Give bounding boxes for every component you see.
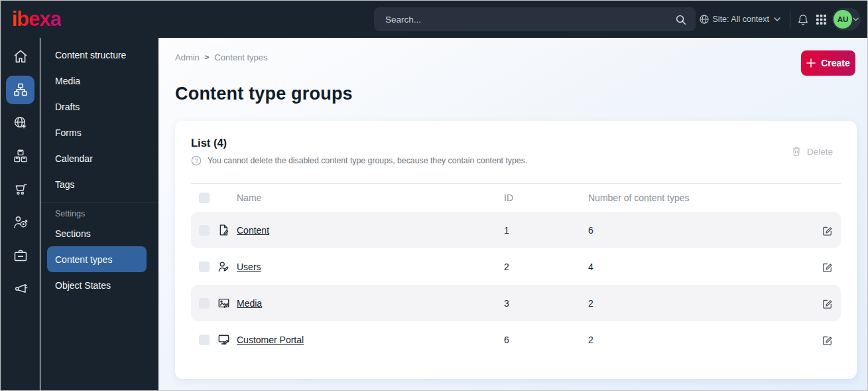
- page-title: Content type groups: [175, 84, 855, 104]
- rail-item-dashboard[interactable]: [1, 40, 40, 73]
- help-icon: ?: [191, 155, 202, 166]
- edit-icon: [821, 224, 833, 236]
- sidebar-item-object-states[interactable]: Object States: [40, 272, 158, 298]
- content-structure-icon: [13, 82, 29, 98]
- select-all-checkbox[interactable]: [199, 193, 210, 203]
- table-row: Customer Portal 6 2: [191, 321, 841, 358]
- search-placeholder: Search...: [385, 15, 675, 25]
- edit-icon: [821, 334, 833, 346]
- create-button[interactable]: Create: [801, 50, 855, 76]
- group-link[interactable]: Media: [237, 298, 262, 309]
- row-checkbox[interactable]: [199, 335, 210, 345]
- sidebar-item-drafts[interactable]: Drafts: [40, 94, 158, 119]
- app-switcher-button[interactable]: [816, 15, 826, 25]
- breadcrumb-content-types: Content types: [214, 52, 267, 62]
- delete-button[interactable]: Delete: [791, 146, 833, 157]
- rail-item-promotions[interactable]: [1, 272, 40, 305]
- edit-icon: [821, 261, 833, 273]
- app-window: ibexa Search... Site: All context AU: [0, 0, 868, 391]
- rail-item-content[interactable]: [1, 73, 40, 106]
- trash-icon: [791, 146, 802, 157]
- search-input[interactable]: Search...: [374, 7, 696, 31]
- globe-icon: [699, 14, 710, 25]
- search-icon: [675, 14, 686, 25]
- sidebar-item-media[interactable]: Media: [40, 68, 158, 94]
- list-title: List (4): [191, 121, 841, 149]
- plus-icon: [806, 58, 816, 68]
- file-icon: [217, 224, 230, 236]
- icon-rail: [1, 38, 40, 390]
- edit-button[interactable]: [821, 224, 833, 236]
- rail-item-admin[interactable]: [1, 239, 40, 272]
- promotions-megaphone-icon: [13, 281, 29, 297]
- rail-item-personalization[interactable]: [1, 206, 40, 239]
- ibexa-logo[interactable]: ibexa: [12, 8, 61, 31]
- sidebar-item-forms[interactable]: Forms: [40, 119, 158, 145]
- topbar-divider: [790, 11, 790, 28]
- desktop-icon: [217, 333, 230, 346]
- sidebar-item-sections[interactable]: Sections: [40, 220, 158, 246]
- column-id: ID: [504, 193, 588, 203]
- edit-icon: [821, 297, 833, 309]
- row-checkbox[interactable]: [199, 262, 210, 272]
- table-row: Users 2 4: [191, 248, 841, 285]
- user-icon: [217, 260, 230, 273]
- user-menu[interactable]: AU: [832, 8, 861, 31]
- column-count: Number of content types: [588, 193, 821, 203]
- breadcrumb-admin[interactable]: Admin: [175, 52, 200, 62]
- edit-button[interactable]: [821, 334, 833, 346]
- table-header: Name ID Number of content types: [191, 184, 841, 212]
- site-context-selector[interactable]: Site: All context: [699, 14, 780, 25]
- site-context-label: Site: All context: [713, 15, 769, 24]
- admin-badge-icon: [13, 248, 29, 264]
- sidebar-item-content-structure[interactable]: Content structure: [40, 42, 158, 68]
- column-name: Name: [237, 193, 504, 203]
- breadcrumb: Admin > Content types: [175, 50, 268, 64]
- group-link[interactable]: Users: [237, 262, 261, 272]
- site-globe-icon: [13, 115, 29, 131]
- sidebar-section-label: Settings: [40, 202, 158, 220]
- topbar: ibexa Search... Site: All context AU: [1, 1, 867, 38]
- table-row: Media 3 2: [191, 285, 841, 321]
- edit-button[interactable]: [821, 297, 833, 309]
- edit-button[interactable]: [821, 261, 833, 273]
- main-content: Admin > Content types Create Content typ…: [158, 38, 867, 390]
- sidebar-item-content-types[interactable]: Content types: [47, 246, 147, 272]
- group-link[interactable]: Content: [237, 225, 269, 236]
- sidebar-item-tags[interactable]: Tags: [40, 171, 158, 197]
- cart-icon: [13, 181, 29, 197]
- notifications-button[interactable]: [797, 13, 809, 26]
- table-row: Content 1 6: [191, 212, 841, 248]
- rail-item-commerce[interactable]: [1, 139, 40, 173]
- commerce-boxes-icon: [13, 148, 29, 164]
- svg-text:?: ?: [194, 157, 198, 164]
- image-icon: [217, 297, 230, 309]
- row-checkbox[interactable]: [199, 298, 210, 309]
- rail-item-storefront[interactable]: [1, 173, 40, 206]
- grid-icon: [816, 15, 826, 25]
- content-type-groups-card: List (4) ? You cannot delete the disable…: [175, 121, 857, 379]
- chevron-down-icon: [774, 17, 780, 21]
- bell-icon: [797, 13, 809, 26]
- group-link[interactable]: Customer Portal: [237, 335, 304, 345]
- list-help-text: You cannot delete the disabled content t…: [208, 156, 527, 165]
- rail-item-site[interactable]: [1, 106, 40, 139]
- sidebar-item-calendar[interactable]: Calendar: [40, 145, 158, 171]
- personalization-target-icon: [13, 214, 29, 230]
- row-checkbox[interactable]: [199, 225, 210, 236]
- avatar: AU: [834, 10, 852, 29]
- home-icon: [13, 48, 29, 64]
- sidebar-menu: Content structure Media Drafts Forms Cal…: [40, 38, 158, 390]
- breadcrumb-separator: >: [205, 53, 209, 61]
- chevron-down-icon: [853, 17, 859, 21]
